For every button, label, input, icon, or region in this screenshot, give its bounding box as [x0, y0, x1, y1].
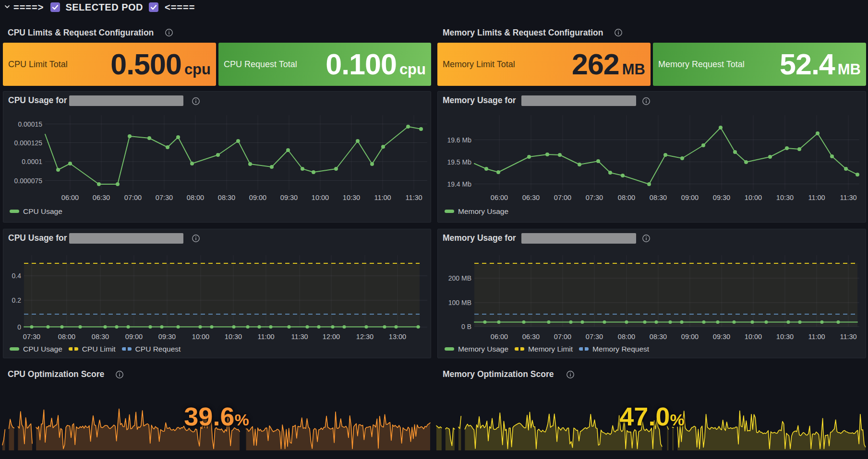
svg-text:07:30: 07:30: [586, 194, 603, 201]
svg-text:08:00: 08:00: [187, 194, 204, 201]
svg-text:09:30: 09:30: [158, 333, 176, 341]
svg-text:0.00015: 0.00015: [18, 120, 42, 128]
svg-text:10:30: 10:30: [776, 194, 794, 201]
svg-text:06:30: 06:30: [522, 194, 540, 201]
svg-text:10:30: 10:30: [343, 194, 360, 201]
svg-text:08:30: 08:30: [650, 194, 667, 201]
svg-text:07:30: 07:30: [586, 333, 603, 341]
svg-text:06:00: 06:00: [491, 194, 508, 201]
svg-text:10:30: 10:30: [776, 333, 794, 341]
svg-text:200 MB: 200 MB: [448, 274, 471, 282]
svg-text:08:00: 08:00: [58, 333, 75, 341]
svg-text:08:00: 08:00: [618, 333, 635, 341]
svg-text:06:30: 06:30: [522, 333, 540, 341]
svg-text:11:30: 11:30: [291, 333, 308, 341]
svg-text:19.5 Mb: 19.5 Mb: [447, 158, 471, 166]
svg-text:08:00: 08:00: [618, 194, 635, 201]
svg-text:06:00: 06:00: [61, 194, 79, 201]
svg-text:09:30: 09:30: [280, 194, 298, 201]
svg-text:10:00: 10:00: [745, 333, 762, 341]
svg-text:07:00: 07:00: [554, 194, 571, 201]
svg-text:09:00: 09:00: [125, 333, 143, 341]
svg-text:07:30: 07:30: [23, 333, 40, 341]
svg-text:0 B: 0 B: [461, 323, 471, 330]
svg-text:08:30: 08:30: [650, 333, 667, 341]
svg-text:06:30: 06:30: [93, 194, 110, 201]
svg-text:10:30: 10:30: [225, 333, 242, 341]
svg-text:12:00: 12:00: [323, 333, 340, 341]
svg-text:09:00: 09:00: [681, 333, 699, 341]
svg-text:09:00: 09:00: [681, 194, 699, 201]
svg-text:07:00: 07:00: [124, 194, 142, 201]
svg-text:08:30: 08:30: [92, 333, 109, 341]
svg-text:06:00: 06:00: [491, 333, 508, 341]
svg-text:0.000075: 0.000075: [14, 177, 43, 185]
svg-text:09:30: 09:30: [713, 194, 730, 201]
svg-text:11:30: 11:30: [405, 194, 422, 201]
svg-text:11:00: 11:00: [374, 194, 391, 201]
svg-text:0.2: 0.2: [12, 296, 22, 304]
svg-text:100 MB: 100 MB: [448, 299, 471, 306]
svg-text:10:00: 10:00: [192, 333, 209, 341]
svg-text:07:00: 07:00: [554, 333, 571, 341]
svg-text:11:30: 11:30: [840, 333, 856, 341]
svg-text:11:00: 11:00: [808, 333, 825, 341]
svg-text:08:30: 08:30: [218, 194, 235, 201]
svg-text:11:00: 11:00: [808, 194, 825, 201]
svg-text:19.4 Mb: 19.4 Mb: [447, 180, 471, 188]
svg-text:0: 0: [17, 323, 21, 331]
svg-text:07:30: 07:30: [156, 194, 173, 201]
svg-text:09:00: 09:00: [249, 194, 266, 201]
svg-text:11:30: 11:30: [840, 194, 856, 201]
svg-text:13:00: 13:00: [389, 333, 406, 341]
svg-text:12:30: 12:30: [356, 333, 374, 341]
svg-text:11:00: 11:00: [257, 333, 274, 341]
svg-text:0.000125: 0.000125: [14, 139, 43, 147]
svg-text:10:00: 10:00: [745, 194, 762, 201]
svg-text:09:30: 09:30: [713, 333, 730, 341]
svg-text:0.0001: 0.0001: [22, 158, 42, 165]
svg-text:0.4: 0.4: [12, 272, 22, 280]
svg-text:10:00: 10:00: [312, 194, 329, 201]
svg-text:19.6 Mb: 19.6 Mb: [447, 136, 471, 144]
